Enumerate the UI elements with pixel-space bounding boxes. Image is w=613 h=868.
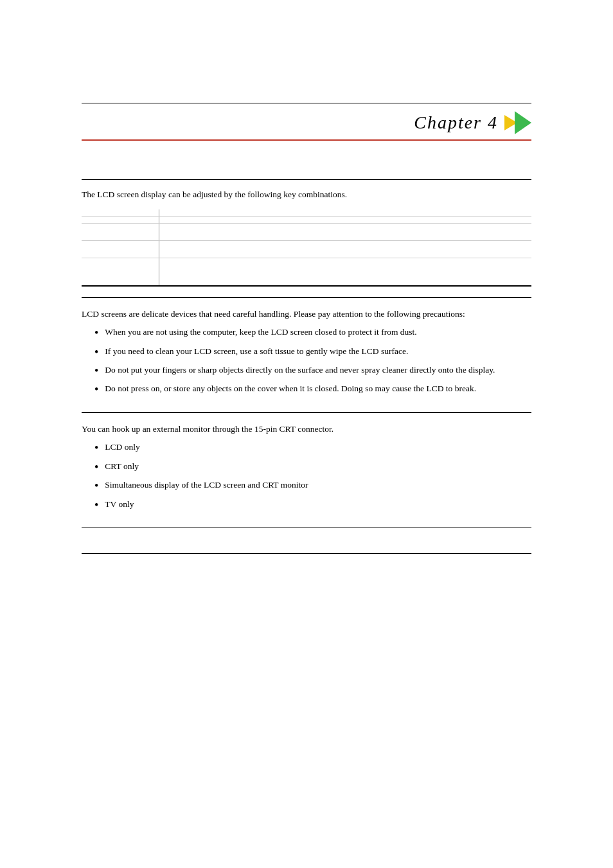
list-item: LCD only [82, 441, 531, 456]
monitor-intro-text: You can hook up an external monitor thro… [82, 422, 531, 436]
list-item: When you are not using the computer, kee… [82, 326, 531, 341]
list-item-text: If you need to clean your LCD screen, us… [105, 345, 531, 359]
chapter-title: Chapter 4 [414, 112, 498, 133]
key-cell [82, 209, 159, 217]
desc-cell [159, 258, 531, 286]
table-row [82, 216, 531, 223]
page: Chapter 4 The LCD screen display can be … [0, 0, 613, 868]
key-cell [82, 240, 159, 258]
list-item: If you need to clean your LCD screen, us… [82, 345, 531, 360]
key-combinations-table [82, 209, 531, 287]
external-monitor-section: You can hook up an external monitor thro… [82, 413, 531, 527]
list-item-text: Simultaneous display of the LCD screen a… [105, 479, 531, 492]
key-cell [82, 223, 159, 240]
desc-cell [159, 209, 531, 217]
table-row [82, 209, 531, 217]
list-item: TV only [82, 498, 531, 513]
content-area: Chapter 4 The LCD screen display can be … [82, 0, 531, 554]
monitor-list: LCD only CRT only Simultaneous display o… [82, 441, 531, 513]
table-row [82, 240, 531, 258]
lcd-intro-text: The LCD screen display can be adjusted b… [82, 188, 531, 202]
list-item-text: When you are not using the computer, kee… [105, 326, 531, 339]
svg-marker-1 [515, 111, 531, 134]
precautions-intro-text: LCD screens are delicate devices that ne… [82, 307, 531, 321]
chapter-title-row: Chapter 4 [82, 109, 531, 141]
list-item: Do not press on, or store any objects on… [82, 382, 531, 397]
precautions-section: LCD screens are delicate devices that ne… [82, 298, 531, 412]
precautions-list: When you are not using the computer, kee… [82, 326, 531, 398]
chapter-header: Chapter 4 [82, 103, 531, 141]
table-row [82, 258, 531, 286]
list-item-text: Do not press on, or store any objects on… [105, 382, 531, 396]
chapter-top-line [82, 103, 531, 103]
key-cell [82, 216, 159, 223]
list-item-text: LCD only [105, 441, 531, 454]
desc-cell [159, 216, 531, 223]
table-row [82, 223, 531, 240]
key-cell [82, 258, 159, 286]
list-item: Simultaneous display of the LCD screen a… [82, 479, 531, 493]
desc-cell [159, 223, 531, 240]
desc-cell [159, 240, 531, 258]
chapter-arrow-icon [504, 109, 531, 137]
list-item: CRT only [82, 460, 531, 475]
lcd-adjustment-section: The LCD screen display can be adjusted b… [82, 180, 531, 297]
list-item-text: CRT only [105, 460, 531, 474]
list-item: Do not put your fingers or sharp objects… [82, 364, 531, 378]
bottom-separator [82, 553, 531, 554]
list-item-text: Do not put your fingers or sharp objects… [105, 364, 531, 377]
list-item-text: TV only [105, 498, 531, 511]
